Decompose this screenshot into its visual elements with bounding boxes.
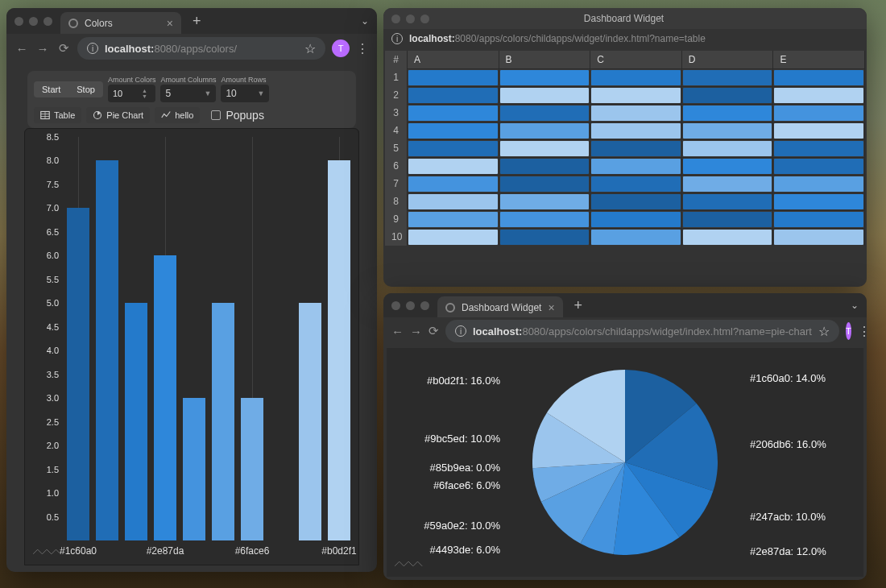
color-cell[interactable]	[682, 157, 774, 175]
bookmark-star-icon[interactable]: ☆	[818, 324, 830, 339]
color-cell[interactable]	[682, 175, 774, 193]
color-cell[interactable]	[499, 86, 591, 104]
menu-dots-icon[interactable]: ⋮	[858, 324, 867, 339]
bar[interactable]	[125, 303, 147, 540]
color-cell[interactable]	[408, 175, 499, 193]
color-cell[interactable]	[499, 210, 591, 228]
tab-pie-chart[interactable]: Pie Chart	[86, 107, 150, 123]
new-tab-button[interactable]: +	[571, 297, 586, 314]
color-cell[interactable]	[773, 228, 865, 246]
bar[interactable]	[299, 303, 321, 540]
bookmark-star-icon[interactable]: ☆	[304, 41, 316, 56]
amount-columns-select[interactable]: 5 ▼	[160, 85, 216, 102]
column-header[interactable]: #	[385, 51, 408, 68]
column-header[interactable]: C	[590, 51, 682, 68]
color-cell[interactable]	[773, 104, 865, 122]
color-cell[interactable]	[773, 157, 865, 175]
column-header[interactable]: E	[773, 51, 865, 68]
color-cell[interactable]	[590, 86, 682, 104]
info-icon[interactable]: i	[455, 325, 466, 337]
color-cell[interactable]	[773, 175, 865, 193]
color-cell[interactable]	[590, 228, 682, 246]
color-cell[interactable]	[590, 210, 682, 228]
color-cell[interactable]	[499, 193, 591, 210]
bar[interactable]	[212, 303, 234, 540]
color-cell[interactable]	[682, 104, 774, 122]
color-cell[interactable]	[682, 122, 774, 139]
column-header[interactable]: A	[408, 51, 499, 68]
color-cell[interactable]	[682, 228, 774, 246]
color-cell[interactable]	[408, 193, 499, 210]
browser-tab-colors[interactable]: Colors ×	[60, 12, 181, 34]
close-icon[interactable]: ×	[548, 301, 554, 314]
color-cell[interactable]	[499, 175, 591, 193]
color-cell[interactable]	[773, 68, 865, 86]
info-icon[interactable]: i	[391, 33, 403, 44]
color-cell[interactable]	[773, 86, 865, 104]
profile-avatar[interactable]: T	[846, 322, 851, 340]
color-cell[interactable]	[408, 157, 499, 175]
bar[interactable]	[241, 398, 263, 540]
column-header[interactable]: D	[682, 51, 774, 68]
color-cell[interactable]	[408, 86, 499, 104]
chevron-down-icon[interactable]: ⌄	[851, 300, 859, 311]
color-cell[interactable]	[408, 210, 499, 228]
browser-tab-widget[interactable]: Dashboard Widget ×	[437, 296, 563, 318]
color-cell[interactable]	[590, 139, 682, 157]
color-cell[interactable]	[682, 86, 774, 104]
bar[interactable]	[67, 208, 89, 540]
bar[interactable]	[183, 398, 205, 540]
address-bar[interactable]: i localhost:8080/apps/colors/ ☆	[77, 37, 325, 60]
color-cell[interactable]	[590, 68, 682, 86]
color-cell[interactable]	[590, 104, 682, 122]
bar[interactable]	[96, 160, 118, 540]
new-tab-button[interactable]: +	[189, 13, 205, 30]
reload-button[interactable]: ⟳	[56, 41, 71, 56]
forward-button[interactable]: →	[35, 42, 50, 56]
traffic-lights[interactable]	[14, 17, 52, 26]
color-cell[interactable]	[682, 139, 774, 157]
traffic-lights[interactable]	[391, 301, 429, 310]
stop-button[interactable]: Stop	[68, 81, 103, 97]
color-cell[interactable]	[499, 104, 591, 122]
color-cell[interactable]	[499, 139, 591, 157]
chevron-down-icon[interactable]: ⌄	[361, 15, 369, 27]
profile-avatar[interactable]: T	[332, 39, 350, 57]
address-bar[interactable]: i localhost:8080/apps/colors/childapps/w…	[445, 320, 839, 342]
amount-rows-select[interactable]: 10 ▼	[221, 85, 269, 102]
column-header[interactable]: B	[499, 51, 591, 68]
color-cell[interactable]	[773, 193, 865, 210]
popups-checkbox[interactable]: Popups	[211, 109, 263, 122]
color-cell[interactable]	[773, 210, 865, 228]
bar[interactable]	[328, 160, 350, 540]
start-button[interactable]: Start	[34, 81, 68, 97]
color-cell[interactable]	[773, 139, 865, 157]
color-cell[interactable]	[408, 104, 499, 122]
color-cell[interactable]	[408, 122, 499, 139]
color-cell[interactable]	[499, 157, 591, 175]
color-cell[interactable]	[408, 228, 499, 246]
info-icon[interactable]: i	[87, 43, 98, 54]
color-cell[interactable]	[773, 122, 865, 139]
color-cell[interactable]	[499, 228, 591, 246]
color-cell[interactable]	[499, 122, 591, 139]
color-cell[interactable]	[499, 68, 591, 86]
color-cell[interactable]	[408, 139, 499, 157]
color-cell[interactable]	[590, 122, 682, 139]
bar[interactable]	[154, 255, 176, 540]
forward-button[interactable]: →	[410, 325, 422, 338]
color-cell[interactable]	[590, 175, 682, 193]
back-button[interactable]: ←	[391, 325, 404, 338]
tab-table[interactable]: Table	[34, 107, 81, 123]
color-cell[interactable]	[590, 157, 682, 175]
menu-dots-icon[interactable]: ⋮	[356, 41, 369, 56]
color-cell[interactable]	[682, 193, 774, 210]
color-cell[interactable]	[408, 68, 499, 86]
tab-hello[interactable]: hello	[155, 107, 200, 123]
amount-colors-input[interactable]: ▲▼	[108, 85, 156, 102]
color-cell[interactable]	[682, 210, 774, 228]
color-cell[interactable]	[590, 193, 682, 210]
close-icon[interactable]: ×	[167, 17, 173, 30]
back-button[interactable]: ←	[14, 42, 29, 56]
color-cell[interactable]	[682, 68, 774, 86]
